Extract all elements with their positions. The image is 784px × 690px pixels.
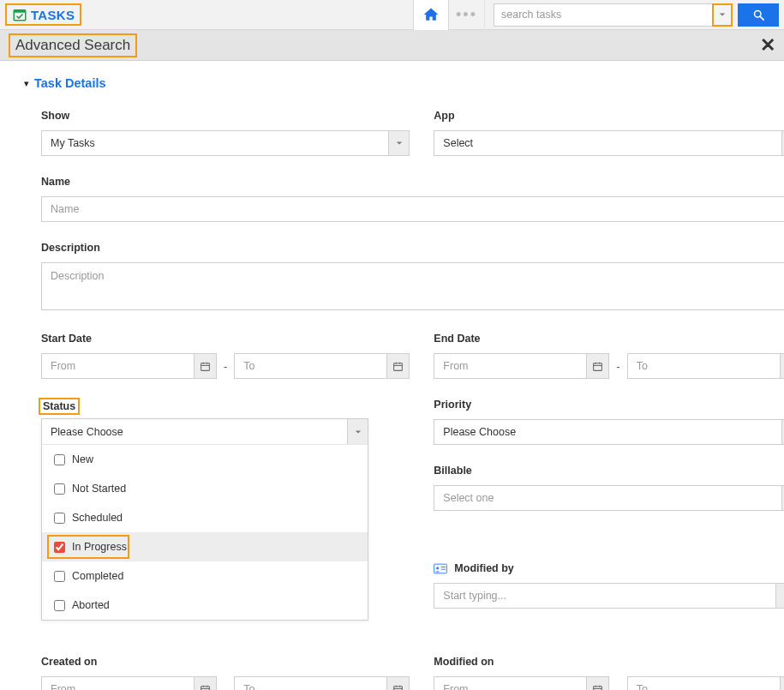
- section-title: Task Details: [34, 76, 106, 90]
- field-end-date: End Date -: [434, 332, 784, 379]
- label-start-date: Start Date: [41, 333, 92, 345]
- field-show: Show My Tasks: [41, 109, 410, 156]
- start-date-from[interactable]: [41, 353, 217, 379]
- topbar: TASKS •••: [0, 0, 784, 30]
- section-header-task-details[interactable]: ▾ Task Details: [24, 76, 760, 90]
- label-end-date: End Date: [434, 333, 480, 345]
- created-on-from[interactable]: [41, 676, 217, 690]
- calendar-icon[interactable]: [194, 354, 216, 378]
- status-option-scheduled[interactable]: Scheduled: [42, 503, 368, 532]
- select-app[interactable]: Select: [434, 130, 784, 156]
- calendar-icon[interactable]: [586, 677, 608, 690]
- label-name: Name: [41, 176, 70, 188]
- subheader: Advanced Search ✕: [0, 30, 784, 61]
- brand-text: TASKS: [31, 8, 75, 22]
- input-name[interactable]: [41, 196, 784, 222]
- field-app: App Select: [434, 109, 784, 156]
- status-option-new[interactable]: New: [42, 445, 368, 474]
- svg-point-21: [436, 567, 439, 569]
- home-button[interactable]: [413, 0, 449, 30]
- field-modified-by: Modified by: [434, 562, 784, 609]
- contact-card-icon: [434, 563, 447, 574]
- search-input[interactable]: [494, 3, 712, 27]
- select-billable[interactable]: Select one: [434, 485, 784, 511]
- status-option-in-progress[interactable]: In Progress: [42, 532, 368, 561]
- more-button[interactable]: •••: [449, 0, 485, 30]
- select-billable-value: Select one: [434, 492, 781, 504]
- calendar-icon[interactable]: [780, 677, 784, 690]
- brand[interactable]: TASKS: [5, 3, 81, 26]
- label-status: Status: [39, 398, 80, 415]
- search-button[interactable]: [738, 3, 779, 27]
- calendar-icon[interactable]: [386, 354, 409, 378]
- field-created-on: Created on -: [41, 655, 410, 690]
- calendar-icon[interactable]: [386, 677, 409, 690]
- form-body: ▾ Task Details Show My Tasks App Select …: [0, 61, 784, 690]
- status-option-aborted[interactable]: Aborted: [42, 591, 368, 620]
- lookup-button[interactable]: [775, 583, 784, 609]
- field-modified-on: Modified on -: [434, 655, 784, 690]
- label-show: Show: [41, 110, 69, 122]
- select-app-value: Select: [434, 137, 781, 149]
- range-separator: -: [224, 683, 227, 691]
- field-status: Status Please Choose New Not Started Sch…: [41, 398, 410, 636]
- select-show[interactable]: My Tasks: [41, 130, 410, 156]
- created-on-from-input[interactable]: [42, 677, 194, 690]
- checkbox[interactable]: [54, 454, 65, 465]
- page-title: Advanced Search: [9, 33, 137, 57]
- end-date-from[interactable]: [434, 353, 609, 379]
- chevron-down-icon: [388, 131, 409, 155]
- svg-rect-12: [594, 363, 602, 370]
- label-description: Description: [41, 242, 100, 254]
- modified-by-input[interactable]: [434, 583, 775, 609]
- status-placeholder: Please Choose: [42, 426, 347, 438]
- select-priority-value: Please Choose: [434, 426, 781, 438]
- search-icon: [752, 9, 765, 21]
- search-scope-dropdown[interactable]: [712, 3, 733, 27]
- svg-rect-1: [14, 10, 26, 13]
- calendar-icon[interactable]: [780, 354, 784, 378]
- range-separator: -: [616, 683, 619, 691]
- status-option-not-started[interactable]: Not Started: [42, 474, 368, 503]
- start-date-from-input[interactable]: [42, 354, 194, 378]
- checkbox[interactable]: [54, 542, 65, 553]
- input-description[interactable]: [41, 262, 784, 310]
- select-show-value: My Tasks: [42, 137, 388, 149]
- label-billable: Billable: [434, 465, 471, 477]
- range-separator: -: [616, 360, 619, 373]
- status-option-completed[interactable]: Completed: [42, 561, 368, 591]
- label-priority: Priority: [434, 399, 471, 411]
- created-on-to[interactable]: [234, 676, 410, 690]
- global-search: [494, 3, 779, 27]
- end-date-to[interactable]: [627, 353, 784, 379]
- field-description: Description: [41, 241, 784, 313]
- end-date-to-input[interactable]: [628, 354, 780, 378]
- checkbox[interactable]: [54, 600, 65, 611]
- field-priority: Priority Please Choose: [434, 398, 784, 445]
- start-date-to[interactable]: [234, 353, 410, 379]
- chevron-down-icon: ▾: [24, 78, 29, 89]
- calendar-icon[interactable]: [194, 677, 216, 690]
- checkbox[interactable]: [54, 571, 65, 582]
- end-date-from-input[interactable]: [434, 354, 586, 378]
- tasks-icon: [12, 7, 27, 22]
- range-separator: -: [224, 360, 227, 373]
- checkbox[interactable]: [54, 483, 65, 495]
- chevron-down-icon: [719, 11, 726, 18]
- right-stack: Priority Please Choose Billable Select o…: [434, 398, 784, 636]
- modified-on-from-input[interactable]: [434, 677, 586, 690]
- modified-on-to[interactable]: [627, 676, 784, 690]
- select-status[interactable]: Please Choose: [42, 419, 368, 445]
- status-dropdown-panel: Please Choose New Not Started Scheduled …: [41, 418, 368, 621]
- modified-on-to-input[interactable]: [628, 677, 780, 690]
- checkbox[interactable]: [54, 513, 65, 524]
- calendar-icon[interactable]: [586, 354, 608, 378]
- start-date-to-input[interactable]: [235, 354, 386, 378]
- select-priority[interactable]: Please Choose: [434, 419, 784, 445]
- modified-on-from[interactable]: [434, 676, 609, 690]
- close-button[interactable]: ✕: [760, 34, 775, 57]
- created-on-to-input[interactable]: [235, 677, 386, 690]
- ellipsis-icon: •••: [456, 6, 477, 24]
- svg-rect-8: [394, 363, 403, 370]
- label-created-on: Created on: [41, 656, 97, 668]
